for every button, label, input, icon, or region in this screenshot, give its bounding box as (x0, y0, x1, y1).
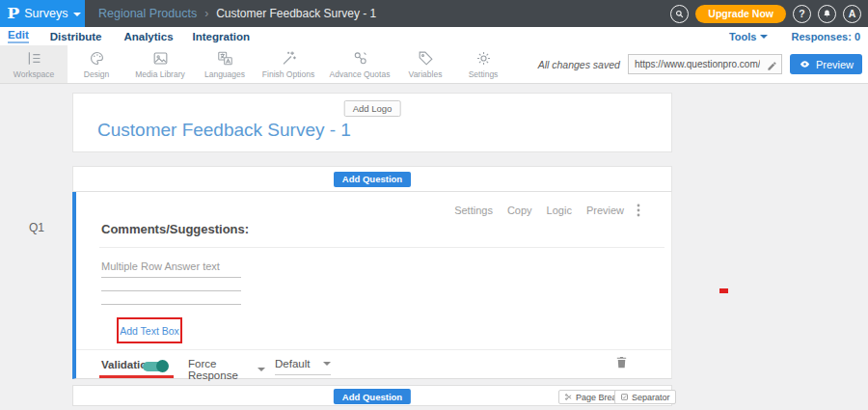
finish-options-icon (280, 49, 298, 68)
chevron-down-icon (323, 362, 331, 366)
question-settings-link[interactable]: Settings (454, 205, 493, 216)
answer-row-line[interactable] (101, 304, 241, 305)
survey-url-input[interactable] (628, 54, 782, 74)
kebab-icon (637, 204, 640, 217)
question-preview-link[interactable]: Preview (586, 205, 624, 216)
toolbar-item-label: Settings (469, 69, 499, 79)
tab-integration[interactable]: Integration (193, 31, 250, 42)
surveys-menu[interactable]: P Surveys (0, 0, 85, 27)
save-status: All changes saved (538, 59, 620, 70)
answer-row-line[interactable] (101, 277, 241, 278)
eye-icon (799, 58, 811, 70)
breadcrumb-parent[interactable]: Regional Products (98, 7, 197, 20)
question-more-menu[interactable] (637, 204, 640, 221)
survey-title[interactable]: Customer Feedback Survey - 1 (97, 120, 351, 141)
media-library-icon (151, 49, 170, 68)
separator-label: Separator (632, 393, 670, 402)
tab-distribute[interactable]: Distribute (50, 31, 102, 42)
annotation-red-underline (99, 375, 174, 378)
question-logic-link[interactable]: Logic (547, 205, 572, 216)
chevron-down-icon (73, 13, 81, 16)
pencil-icon (767, 61, 777, 71)
questionpro-logo-icon: P (7, 5, 19, 22)
breadcrumb-separator: › (204, 7, 208, 20)
toolbar-item-settings[interactable]: Settings (453, 45, 513, 83)
toolbar-item-workspace[interactable]: Workspace (0, 45, 68, 83)
languages-icon (216, 49, 234, 68)
answer-row-line[interactable] (101, 290, 241, 291)
search-button[interactable] (670, 5, 689, 23)
annotation-red-marker (719, 288, 728, 293)
tab-edit[interactable]: Edit (8, 29, 29, 43)
tools-menu[interactable]: Tools (729, 31, 769, 42)
annotation-red-box: Add Text Box (117, 317, 182, 343)
add-question-button-bottom[interactable]: Add Question (334, 389, 411, 404)
toolbar-item-advance-quotas[interactable]: Advance Quotas (322, 45, 397, 83)
toolbar-item-label: Media Library (135, 69, 185, 79)
editor-toolbar: Workspace Design Media Library Languages… (0, 45, 868, 84)
toolbar-item-variables[interactable]: Variables (397, 45, 453, 83)
validation-toggle[interactable] (143, 362, 168, 371)
upgrade-now-button[interactable]: Upgrade Now (695, 5, 786, 23)
notifications-button[interactable] (818, 5, 836, 23)
question-copy-link[interactable]: Copy (507, 205, 532, 216)
edit-url-button[interactable] (767, 58, 777, 75)
variables-icon (417, 49, 435, 68)
force-response-value: Force Response (188, 358, 258, 381)
add-question-button-top[interactable]: Add Question (334, 172, 411, 187)
tab-analytics[interactable]: Analytics (123, 31, 173, 42)
toolbar-item-languages[interactable]: Languages (195, 45, 255, 83)
separator-button[interactable]: Separator (614, 390, 676, 404)
chevron-down-icon (760, 35, 768, 39)
chevron-down-icon (258, 368, 265, 371)
delete-question-button[interactable] (614, 355, 629, 373)
advance-quotas-icon (351, 49, 369, 68)
trash-icon (614, 355, 629, 369)
question-card: Settings Copy Logic Preview Comments/Sug… (72, 192, 672, 379)
bell-icon (822, 9, 832, 19)
toolbar-item-design[interactable]: Design (68, 45, 125, 83)
toolbar-item-label: Variables (409, 69, 443, 79)
default-dropdown[interactable]: Default (275, 358, 331, 375)
toolbar-item-label: Workspace (14, 69, 54, 79)
add-question-bar-top: Add Question (72, 166, 672, 192)
nav-right: Tools Responses: 0 (729, 31, 868, 42)
breadcrumb-current: Customer Feedback Survey - 1 (216, 7, 376, 20)
checkbox-icon (620, 393, 629, 401)
answer-placeholder[interactable]: Multiple Row Answer text (101, 260, 220, 272)
design-icon (88, 49, 106, 68)
force-response-dropdown[interactable]: Force Response (188, 358, 265, 387)
search-icon (674, 9, 685, 19)
topbar-actions: Upgrade Now ? A (670, 5, 868, 23)
add-logo-button[interactable]: Add Logo (344, 100, 401, 117)
settings-icon (475, 49, 493, 68)
avatar[interactable]: A (843, 5, 861, 23)
question-number: Q1 (29, 221, 44, 234)
scissors-icon (564, 393, 573, 401)
toolbar-item-finish-options[interactable]: Finish Options (255, 45, 322, 83)
top-bar: P Surveys Regional Products › Customer F… (0, 0, 868, 27)
question-actions: Settings Copy Logic Preview (454, 205, 624, 216)
add-text-box-link[interactable]: Add Text Box (120, 325, 179, 337)
toggle-knob (156, 360, 169, 372)
add-question-bar-bottom: Add Question Page Break Separator (72, 385, 672, 406)
question-text[interactable]: Comments/Suggestions: (101, 222, 249, 236)
preview-button[interactable]: Preview (790, 54, 862, 74)
toolbar-right: All changes saved Preview (538, 45, 868, 83)
product-name: Surveys (24, 7, 68, 20)
nav-row: Edit Distribute Analytics Integration To… (0, 27, 868, 45)
toolbar-item-media-library[interactable]: Media Library (125, 45, 195, 83)
survey-url-wrap (628, 54, 782, 74)
survey-editor-page: P Surveys Regional Products › Customer F… (0, 0, 868, 410)
toolbar-item-label: Advance Quotas (330, 69, 391, 79)
workspace-icon (25, 49, 43, 68)
toolbar-item-label: Languages (204, 69, 245, 79)
survey-header-card: Add Logo Customer Feedback Survey - 1 (72, 93, 672, 152)
toolbar-item-label: Design (84, 69, 109, 79)
default-value: Default (275, 358, 310, 369)
help-button[interactable]: ? (793, 5, 811, 23)
preview-label: Preview (816, 59, 854, 70)
divider (99, 247, 665, 248)
responses-link[interactable]: Responses: 0 (791, 31, 860, 42)
toolbar-item-label: Finish Options (262, 69, 314, 79)
